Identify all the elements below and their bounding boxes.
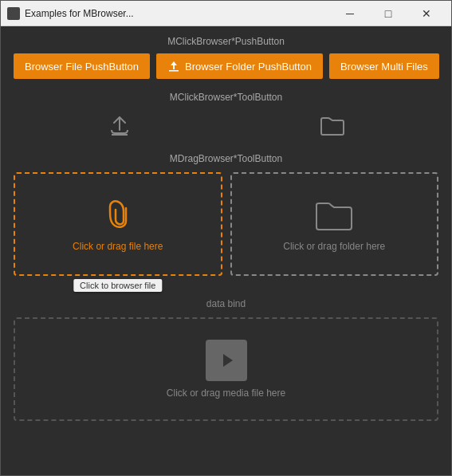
svg-rect-0 bbox=[169, 70, 179, 72]
push-button-row: Browser File PushButton Browser Folder P… bbox=[14, 53, 438, 79]
drag-box-row: Click or drag file here Click to browser… bbox=[14, 172, 438, 276]
close-button[interactable]: ✕ bbox=[408, 2, 445, 26]
main-window: Examples for MBrowser... ─ □ ✕ MClickBro… bbox=[0, 0, 452, 476]
browser-multi-files-button[interactable]: Browser Multi Files bbox=[329, 53, 439, 79]
minimize-button[interactable]: ─ bbox=[332, 2, 368, 26]
tool-icon-row bbox=[14, 109, 438, 150]
svg-marker-1 bbox=[223, 354, 233, 367]
folder-drag-box[interactable]: Click or drag folder here bbox=[230, 172, 439, 276]
drag-browser-label: MDragBrowser*ToolButton bbox=[14, 153, 438, 164]
paperclip-icon bbox=[100, 197, 136, 238]
file-drag-tooltip: Click to browser file bbox=[73, 279, 162, 292]
window-title: Examples for MBrowser... bbox=[25, 8, 332, 19]
media-drag-label: Click or drag media file here bbox=[167, 387, 285, 399]
title-bar: Examples for MBrowser... ─ □ ✕ bbox=[1, 1, 451, 26]
folder-drag-label: Click or drag folder here bbox=[283, 241, 385, 252]
folder-tool-icon[interactable] bbox=[320, 114, 345, 142]
window-icon bbox=[7, 7, 20, 20]
window-controls: ─ □ ✕ bbox=[332, 2, 445, 26]
click-browser-push-label: MClickBrowser*PushButton bbox=[14, 36, 438, 47]
file-drag-box[interactable]: Click or drag file here Click to browser… bbox=[14, 172, 222, 276]
upload-tool-icon[interactable] bbox=[107, 112, 132, 144]
play-icon bbox=[215, 349, 238, 372]
data-bind-section: data bind Click or drag media file here bbox=[14, 298, 438, 421]
file-drag-label: Click or drag file here bbox=[73, 241, 163, 252]
click-browser-tool-label: MClickBrowser*ToolButton bbox=[14, 92, 438, 103]
browser-folder-push-button[interactable]: Browser Folder PushButton bbox=[156, 53, 323, 79]
media-drag-box[interactable]: Click or drag media file here bbox=[14, 317, 438, 421]
content-area: MClickBrowser*PushButton Browser File Pu… bbox=[1, 26, 451, 475]
data-bind-label: data bind bbox=[14, 298, 438, 309]
upload-arrow-icon bbox=[167, 60, 180, 73]
folder-drag-icon bbox=[314, 197, 354, 238]
maximize-button[interactable]: □ bbox=[370, 2, 407, 26]
browser-file-push-button[interactable]: Browser File PushButton bbox=[14, 53, 150, 79]
media-play-icon-wrap bbox=[206, 340, 247, 381]
